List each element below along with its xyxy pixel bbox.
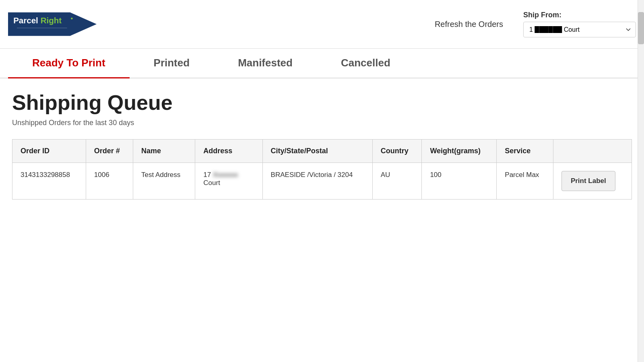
col-service: Service: [497, 140, 553, 163]
top-right-controls: Refresh the Orders Ship From: 1 ██████ C…: [427, 11, 636, 37]
col-address: Address: [195, 140, 262, 163]
blurred-street: Xxxxxxx: [213, 171, 238, 179]
svg-point-4: [71, 18, 72, 19]
col-weight: Weight(grams): [422, 140, 497, 163]
orders-table: Order ID Order # Name Address City/State…: [12, 139, 632, 200]
refresh-orders-button[interactable]: Refresh the Orders: [427, 16, 511, 33]
cell-weight: 100: [422, 163, 497, 200]
cell-name: Test Address: [133, 163, 195, 200]
logo-area: Parcel Right: [8, 4, 97, 44]
col-country: Country: [372, 140, 422, 163]
svg-text:Parcel: Parcel: [13, 16, 38, 25]
cell-country: AU: [372, 163, 422, 200]
cell-service: Parcel Max: [497, 163, 553, 200]
svg-marker-1: [70, 12, 97, 36]
cell-order-num: 1006: [86, 163, 133, 200]
main-content: Shipping Queue Unshipped Orders for the …: [0, 78, 644, 212]
svg-text:Right: Right: [41, 16, 62, 25]
col-order-id: Order ID: [12, 140, 86, 163]
ship-from-label: Ship From:: [523, 11, 636, 19]
tab-printed[interactable]: Printed: [130, 49, 214, 78]
scrollbar[interactable]: [638, 0, 644, 362]
cell-action: Print Label: [553, 163, 632, 200]
table-header: Order ID Order # Name Address City/State…: [12, 140, 632, 163]
table-row: 3143133298858 1006 Test Address 17 Xxxxx…: [12, 163, 632, 200]
table-header-row: Order ID Order # Name Address City/State…: [12, 140, 632, 163]
col-action: [553, 140, 632, 163]
page-title: Shipping Queue: [12, 90, 632, 115]
table-body: 3143133298858 1006 Test Address 17 Xxxxx…: [12, 163, 632, 200]
scrollbar-thumb[interactable]: [638, 12, 644, 44]
page-subtitle: Unshipped Orders for the last 30 days: [12, 119, 632, 127]
tab-cancelled[interactable]: Cancelled: [317, 49, 415, 78]
cell-address: 17 XxxxxxxCourt: [195, 163, 262, 200]
top-bar: Parcel Right Refresh the Orders Ship Fro…: [0, 0, 644, 49]
cell-city-state-postal: BRAESIDE /Victoria / 3204: [262, 163, 372, 200]
tabs-container: Ready To Print Printed Manifested Cancel…: [0, 49, 644, 78]
col-city-state-postal: City/State/Postal: [262, 140, 372, 163]
cell-order-id: 3143133298858: [12, 163, 86, 200]
col-order-num: Order #: [86, 140, 133, 163]
ship-from-section: Ship From: 1 ██████ Court: [523, 11, 636, 37]
ship-from-select[interactable]: 1 ██████ Court: [523, 22, 636, 37]
tab-manifested[interactable]: Manifested: [214, 49, 317, 78]
parcelright-logo: Parcel Right: [8, 4, 97, 44]
print-label-button[interactable]: Print Label: [561, 171, 615, 191]
col-name: Name: [133, 140, 195, 163]
tab-ready-to-print[interactable]: Ready To Print: [8, 49, 130, 78]
